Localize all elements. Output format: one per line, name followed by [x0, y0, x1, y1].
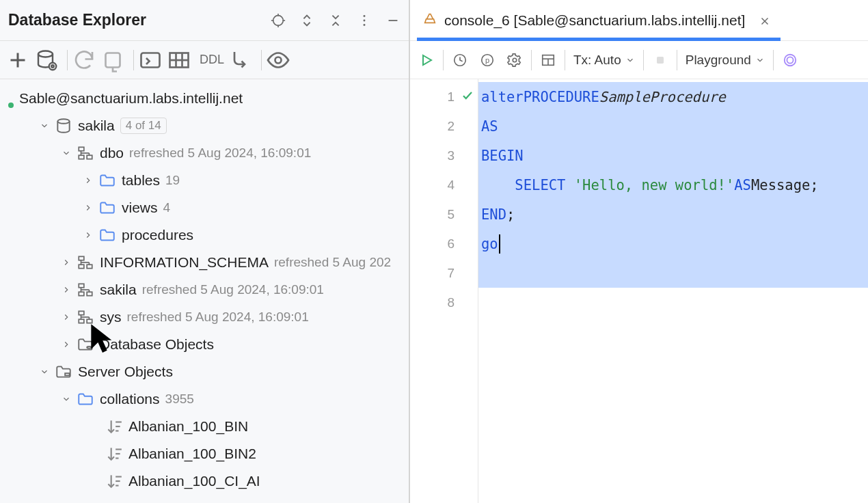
schema-label: sakila — [100, 282, 137, 298]
svg-rect-15 — [141, 53, 160, 67]
schema-label: dbo — [100, 145, 124, 161]
editor-tab-bar: console_6 [Sable@sanctuarium.labs.intell… — [410, 0, 868, 41]
commit-icon[interactable] — [647, 46, 674, 74]
tree-tables[interactable]: tables 19 — [0, 167, 409, 194]
new-icon[interactable] — [5, 48, 30, 72]
collations-count: 3955 — [165, 392, 194, 407]
minimize-icon[interactable] — [384, 12, 402, 29]
svg-rect-35 — [79, 292, 84, 295]
tree-schema-info[interactable]: INFORMATION_SCHEMA refreshed 5 Aug 202 — [0, 249, 409, 276]
tab-console-6[interactable]: console_6 [Sable@sanctuarium.labs.intell… — [417, 0, 781, 40]
svg-rect-28 — [79, 256, 84, 260]
svg-rect-34 — [79, 284, 84, 287]
svg-rect-47 — [65, 373, 70, 375]
svg-point-46 — [87, 346, 92, 349]
refresh-icon[interactable] — [72, 48, 96, 72]
code-line[interactable] — [478, 288, 868, 317]
tree-views[interactable]: views 4 — [0, 194, 409, 221]
chevron-right-icon[interactable] — [60, 311, 72, 323]
ai-assist-icon[interactable] — [776, 46, 804, 74]
chevron-down-icon[interactable] — [60, 147, 72, 159]
close-icon[interactable] — [759, 14, 771, 27]
svg-point-21 — [57, 119, 69, 124]
svg-rect-42 — [87, 319, 92, 323]
tree-procedures[interactable]: procedures — [0, 221, 409, 249]
panel-header: Database Explorer — [0, 0, 409, 41]
sort-icon — [105, 446, 123, 461]
chevron-right-icon[interactable] — [82, 202, 94, 214]
chevron-down-icon[interactable] — [38, 366, 51, 378]
run-icon[interactable] — [413, 46, 440, 74]
database-label: sakila — [78, 118, 115, 134]
tree-schema-sakila[interactable]: sakila refreshed 5 Aug 2024, 16:09:01 — [0, 276, 409, 303]
explain-plan-icon[interactable]: p — [474, 46, 501, 74]
code-line[interactable]: SELECT 'Hello, new world!' AS Message; — [478, 170, 868, 200]
mode-label: Playground — [686, 53, 751, 68]
toolbar-separator — [677, 50, 677, 70]
console-icon[interactable] — [138, 48, 163, 72]
tree-collation-item[interactable]: Albanian_100_BIN2 — [0, 440, 409, 467]
schema-meta: refreshed 5 Aug 2024, 16:09:01 — [142, 282, 324, 297]
sort-icon — [105, 419, 123, 434]
collapse-all-icon[interactable] — [327, 12, 344, 29]
tree-database[interactable]: sakila 4 of 14 — [0, 112, 409, 139]
gutter-line: 2 — [410, 111, 478, 141]
server-objects-label: Server Objects — [78, 364, 173, 380]
expand-collapse-icon[interactable] — [298, 12, 316, 29]
chevron-down-icon[interactable] — [38, 120, 51, 132]
tree-collation-item[interactable]: Albanian_100_CI_AI — [0, 467, 409, 495]
navigate-icon[interactable] — [228, 48, 253, 72]
history-icon[interactable] — [446, 46, 474, 74]
tables-label: tables — [122, 172, 160, 189]
svg-text:p: p — [485, 55, 489, 64]
ddl-button[interactable]: DDL — [195, 53, 228, 67]
table-icon[interactable] — [167, 48, 191, 72]
tree-collations[interactable]: collations 3955 — [0, 385, 409, 413]
chevron-down-icon[interactable] — [60, 393, 72, 405]
tx-mode-select[interactable]: Tx: Auto — [568, 53, 640, 68]
editor[interactable]: 1 2 3 4 5 6 7 8 alter PROCEDURE SamplePr… — [410, 79, 868, 503]
db-tree[interactable]: Sable@sanctuarium.labs.intellij.net saki… — [0, 79, 409, 503]
svg-point-66 — [513, 58, 517, 62]
results-layout-icon[interactable] — [534, 46, 562, 74]
tree-schema-dbo[interactable]: dbo refreshed 5 Aug 2024, 16:09:01 — [0, 139, 409, 167]
stop-sync-icon[interactable] — [100, 48, 125, 72]
svg-rect-40 — [79, 311, 84, 314]
gutter-line: 1 — [410, 82, 478, 111]
svg-rect-70 — [657, 57, 664, 64]
tree-server-objects[interactable]: Server Objects — [0, 358, 409, 385]
more-icon[interactable] — [355, 12, 373, 29]
schema-label: INFORMATION_SCHEMA — [100, 254, 269, 271]
view-options-icon[interactable] — [266, 48, 290, 72]
playground-mode-select[interactable]: Playground — [680, 53, 770, 68]
chevron-right-icon[interactable] — [60, 256, 72, 269]
tx-label: Tx: Auto — [573, 53, 621, 68]
chevron-right-icon[interactable] — [82, 174, 94, 187]
tree-db-objects[interactable]: Database Objects — [0, 331, 409, 358]
folder-server-icon — [55, 364, 72, 379]
schema-icon — [77, 146, 94, 161]
gutter-line: 3 — [410, 141, 478, 170]
chevron-right-icon[interactable] — [60, 338, 72, 351]
views-count: 4 — [163, 200, 171, 215]
code-line[interactable]: BEGIN — [478, 141, 868, 170]
gutter-line: 5 — [410, 200, 478, 229]
views-label: views — [122, 200, 158, 216]
code-area[interactable]: alter PROCEDURE SampleProcedure AS BEGIN… — [478, 79, 868, 503]
folder-icon — [98, 228, 116, 243]
code-line[interactable] — [478, 258, 868, 288]
code-line[interactable]: alter PROCEDURE SampleProcedure — [478, 82, 868, 111]
chevron-right-icon[interactable] — [82, 229, 94, 241]
code-line[interactable]: END; — [478, 200, 868, 229]
tree-schema-sys[interactable]: sys refreshed 5 Aug 2024, 16:09:01 — [0, 303, 409, 331]
settings-icon[interactable] — [501, 46, 528, 74]
tree-collation-item[interactable]: Albanian_100_BIN — [0, 413, 409, 440]
svg-point-11 — [38, 51, 53, 57]
target-icon[interactable] — [269, 12, 287, 29]
chevron-right-icon[interactable] — [60, 284, 72, 296]
code-line[interactable]: AS — [478, 111, 868, 141]
datasource-settings-icon[interactable] — [34, 48, 59, 72]
tab-title: console_6 [Sable@sanctuarium.labs.intell… — [444, 12, 745, 29]
code-line[interactable]: go — [478, 229, 868, 258]
tree-connection[interactable]: Sable@sanctuarium.labs.intellij.net — [0, 85, 409, 112]
